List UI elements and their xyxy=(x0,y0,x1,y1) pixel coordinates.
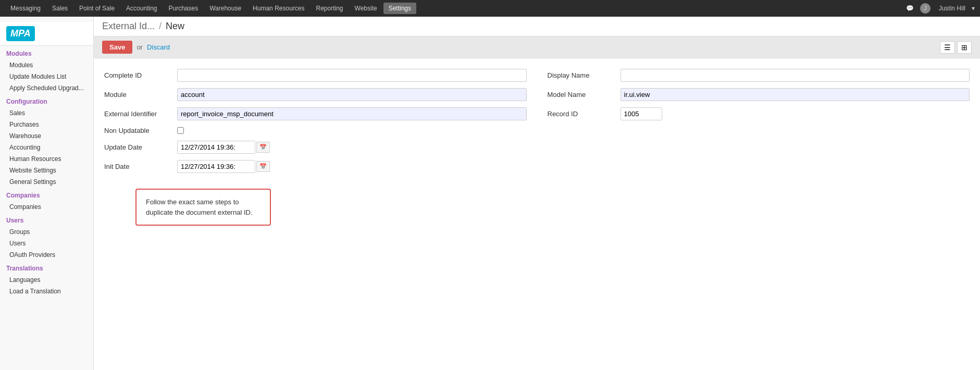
discard-button[interactable]: Discard xyxy=(147,43,170,51)
user-dropdown-icon[interactable]: ▾ xyxy=(972,5,975,12)
nav-accounting[interactable]: Accounting xyxy=(121,3,162,14)
record-id-label: Record ID xyxy=(548,110,621,118)
sidebar-item-load-translation[interactable]: Load a Translation xyxy=(0,286,93,297)
tooltip-box: Follow the exact same steps to duplicate… xyxy=(135,189,271,226)
tooltip-text: Follow the exact same steps to duplicate… xyxy=(146,197,260,217)
breadcrumb-parent[interactable]: External Id... xyxy=(102,21,155,32)
non-updatable-label: Non Updatable xyxy=(104,127,177,134)
non-updatable-row: Non Updatable xyxy=(104,127,527,134)
nav-pos[interactable]: Point of Sale xyxy=(74,3,120,14)
update-date-wrap: 📅 xyxy=(177,141,270,154)
sidebar-item-apply-scheduled[interactable]: Apply Scheduled Upgrad... xyxy=(0,82,93,94)
grid-view-button[interactable]: ⊞ xyxy=(957,41,972,54)
sidebar-item-purchases[interactable]: Purchases xyxy=(0,119,93,130)
sidebar-item-users[interactable]: Users xyxy=(0,238,93,249)
sidebar-section-translations: Translations xyxy=(0,261,93,274)
display-name-row: Display Name xyxy=(548,69,970,82)
sidebar-section-modules: Modules xyxy=(0,46,93,59)
list-view-button[interactable]: ☰ xyxy=(940,41,955,54)
sidebar-section-configuration: Configuration xyxy=(0,94,93,107)
breadcrumb-bar: External Id... / New xyxy=(94,17,980,36)
top-nav-right: 💬 J Justin Hill ▾ xyxy=(906,3,975,14)
sidebar-item-update-modules[interactable]: Update Modules List xyxy=(0,71,93,82)
update-date-picker[interactable]: 📅 xyxy=(256,142,270,153)
model-name-label: Model Name xyxy=(548,91,621,98)
sidebar-item-accounting[interactable]: Accounting xyxy=(0,142,93,153)
user-avatar: J xyxy=(920,3,931,14)
ext-id-label: External Identifier xyxy=(104,110,177,118)
model-name-value xyxy=(621,88,970,101)
record-id-value xyxy=(621,107,970,120)
module-label: Module xyxy=(104,91,177,98)
sidebar-item-groups[interactable]: Groups xyxy=(0,226,93,238)
sidebar-section-companies: Companies xyxy=(0,188,93,201)
toolbar: Save or Discard ☰ ⊞ xyxy=(94,36,980,58)
form-left: Complete ID Module Externa xyxy=(104,69,527,226)
update-date-label: Update Date xyxy=(104,143,177,151)
update-date-row: Update Date 📅 xyxy=(104,141,527,154)
sidebar-item-hr[interactable]: Human Resources xyxy=(0,153,93,165)
module-input[interactable] xyxy=(177,88,527,101)
nav-settings[interactable]: Settings xyxy=(383,3,416,14)
logo: MPA xyxy=(6,26,35,41)
form-area: Complete ID Module Externa xyxy=(94,58,980,370)
breadcrumb-current: New xyxy=(166,21,184,32)
toolbar-view-controls: ☰ ⊞ xyxy=(940,41,972,54)
ext-id-row: External Identifier xyxy=(104,107,527,120)
display-name-value xyxy=(621,69,970,82)
sidebar-item-warehouse[interactable]: Warehouse xyxy=(0,130,93,142)
non-updatable-checkbox[interactable] xyxy=(177,127,184,134)
toolbar-or-label: or xyxy=(137,43,143,51)
init-date-row: Init Date 📅 xyxy=(104,160,527,173)
nav-website[interactable]: Website xyxy=(350,3,382,14)
init-date-label: Init Date xyxy=(104,163,177,170)
content-area: External Id... / New Save or Discard ☰ ⊞… xyxy=(94,17,980,370)
module-row: Module xyxy=(104,88,527,101)
ext-id-input[interactable] xyxy=(177,107,527,120)
save-button[interactable]: Save xyxy=(102,41,132,54)
logo-area: MPA xyxy=(0,22,93,46)
complete-id-label: Complete ID xyxy=(104,71,177,79)
sidebar-item-languages[interactable]: Languages xyxy=(0,274,93,286)
nav-messaging[interactable]: Messaging xyxy=(5,3,46,14)
main-wrapper: MPA Modules Modules Update Modules List … xyxy=(0,17,980,370)
sidebar-item-oauth[interactable]: OAuth Providers xyxy=(0,249,93,261)
model-name-row: Model Name xyxy=(548,88,970,101)
record-id-input[interactable] xyxy=(621,107,662,120)
sidebar-section-users: Users xyxy=(0,213,93,226)
sidebar-item-companies[interactable]: Companies xyxy=(0,201,93,213)
nav-reporting[interactable]: Reporting xyxy=(311,3,348,14)
breadcrumb-separator: / xyxy=(159,21,162,32)
nav-hr[interactable]: Human Resources xyxy=(247,3,309,14)
sidebar: MPA Modules Modules Update Modules List … xyxy=(0,17,94,370)
form-grid: Complete ID Module Externa xyxy=(104,69,970,226)
record-id-row: Record ID xyxy=(548,107,970,120)
complete-id-value xyxy=(177,69,527,82)
display-name-label: Display Name xyxy=(548,71,621,79)
sidebar-item-website-settings[interactable]: Website Settings xyxy=(0,165,93,176)
sidebar-item-modules[interactable]: Modules xyxy=(0,59,93,71)
complete-id-row: Complete ID xyxy=(104,69,527,82)
nav-warehouse[interactable]: Warehouse xyxy=(204,3,246,14)
init-date-wrap: 📅 xyxy=(177,160,270,173)
nav-purchases[interactable]: Purchases xyxy=(163,3,203,14)
complete-id-input[interactable] xyxy=(177,69,527,82)
init-date-input[interactable] xyxy=(177,160,255,173)
form-right: Display Name Model Name Re xyxy=(548,69,970,226)
display-name-input[interactable] xyxy=(621,69,970,82)
update-date-input[interactable] xyxy=(177,141,255,154)
user-label: Justin Hill xyxy=(939,5,965,12)
model-name-input[interactable] xyxy=(621,88,970,101)
chat-icon[interactable]: 💬 xyxy=(906,5,914,12)
sidebar-item-sales[interactable]: Sales xyxy=(0,107,93,119)
sidebar-item-general-settings[interactable]: General Settings xyxy=(0,176,93,188)
top-navigation: Messaging Sales Point of Sale Accounting… xyxy=(0,0,980,17)
ext-id-value xyxy=(177,107,527,120)
init-date-picker[interactable]: 📅 xyxy=(256,161,270,172)
module-value xyxy=(177,88,527,101)
nav-sales[interactable]: Sales xyxy=(47,3,73,14)
